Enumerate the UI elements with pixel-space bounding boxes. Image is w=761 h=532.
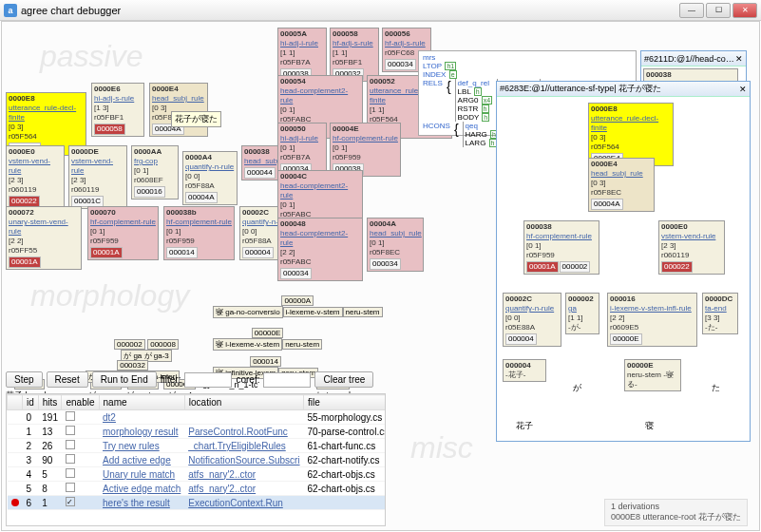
chart-node[interactable]: 0000DEvstem-vend-rule[2 3]r06011900001C <box>68 145 127 209</box>
chart-node[interactable]: 0000E4head_subj_rule[0 3]r05F8EC00004A <box>149 83 208 137</box>
chart-node[interactable]: 0000DCta-end[3 3]-た- <box>702 293 738 334</box>
chart-node[interactable]: 000038hf-complement-rule[0 1]r05F9590000… <box>523 220 599 275</box>
minimize-button[interactable]: — <box>679 3 704 18</box>
chart-node[interactable]: 0000AAfrg-cop[0 1]r0608EF000016 <box>131 145 179 200</box>
close-icon[interactable]: ✕ <box>735 54 743 64</box>
grid-header[interactable]: hits <box>38 395 62 410</box>
canvas: passive morphology misc 0000E8utterance_… <box>1 21 760 531</box>
maximize-button[interactable]: ☐ <box>706 3 731 18</box>
clear-tree-button[interactable]: Clear tree <box>314 371 373 388</box>
subwindow-utterance[interactable]: #6283E:@1//utterance-sf-type| 花子が寝た✕ 000… <box>496 81 751 442</box>
table-row[interactable]: 0191dt255-morphology.cs414 <box>8 410 387 425</box>
table-row[interactable]: 61here's the resultExecutionContext.Run0 <box>8 496 387 510</box>
coref-label: coref: <box>236 374 259 385</box>
grid-header[interactable]: location <box>184 395 303 410</box>
table-row[interactable]: 58Active edge matchatfs_nary'2..ctor62-c… <box>8 482 387 496</box>
chart-node[interactable]: 0000E0vstem-vend-rule[2 3]r060119000022 <box>6 145 65 209</box>
toolbar: Step Reset Run to End filter: coref: Cle… <box>6 371 373 388</box>
chart-node[interactable]: 0000E4head_subj_rule[0 3]r05F8EC00004A <box>588 158 655 212</box>
chart-node[interactable]: 0000A4quantify-n-rule[0 0]r05F88A00004A <box>182 151 238 205</box>
morph-node[interactable]: 000002 000008が ga が ga-3 <box>114 339 179 362</box>
chart-node[interactable]: 000038bhf-complement-rule[0 1]r05F959000… <box>163 206 235 260</box>
chart-node[interactable]: 0000E8utterance_rule-decl-finite[0 3]r05… <box>588 103 674 166</box>
morph-node[interactable]: 00000E寝 i-lexeme-v-stemneru-stem <box>213 328 322 351</box>
filter-input[interactable] <box>184 372 232 388</box>
chart-node[interactable]: 00004Ehf-complement-rule[0 1]r05F9590000… <box>330 123 401 177</box>
window-title: agree chart debugger <box>21 5 679 16</box>
app-icon: a <box>4 4 17 17</box>
coref-input[interactable] <box>263 372 311 388</box>
chart-node[interactable]: 00005Ahi-adj-i-rule[1 1]r05FB7A000038 <box>277 28 327 82</box>
grid-header[interactable]: enable <box>62 395 99 410</box>
grid-header[interactable] <box>8 395 23 410</box>
chart-node[interactable]: 000048head-complement2-rule[2 2]r05FABC0… <box>277 218 363 281</box>
filter-label: filter: <box>161 374 181 385</box>
table-row[interactable]: 390Add active edgeNotificationSource.Sub… <box>8 453 387 467</box>
chart-node[interactable]: 000016i-lexeme-v-stem-infl-rule[2 2]r060… <box>607 293 697 347</box>
grid-header[interactable]: name <box>99 395 184 410</box>
tree-leaf-label: 寝 <box>645 420 654 432</box>
morph-node[interactable]: 00000A寝 ga-no-conversioi-lexeme-v-stemne… <box>213 295 383 318</box>
chart-node[interactable]: 00004Ahead_subj_rule[0 1]r05F8EC000034 <box>367 218 424 272</box>
reset-button[interactable]: Reset <box>47 371 88 388</box>
step-button[interactable]: Step <box>6 371 43 388</box>
chart-node[interactable]: 00002Cquantify-n-rule[0 0]r05E88A000004 <box>503 293 561 347</box>
titlebar: a agree chart debugger — ☐ ✕ <box>0 0 761 21</box>
tree-leaf-label: 花子 <box>516 420 533 432</box>
close-icon[interactable]: ✕ <box>739 85 747 94</box>
breakpoint-grid[interactable]: idhitsenablenamelocationfileline 0191dt2… <box>6 393 386 526</box>
run-to-end-button[interactable]: Run to End <box>92 371 157 388</box>
chart-node[interactable]: 000002ga[1 1]-が- <box>565 293 599 334</box>
chart-node[interactable]: 000072unary-stem-vend-rule[2 2]r05FF5500… <box>6 206 82 270</box>
watermark-morphology: morphology <box>30 278 189 314</box>
table-row[interactable]: 113morphology resultParseControl.RootFun… <box>8 425 387 439</box>
chart-node[interactable]: 00000Eneru-stem -寝る- <box>624 359 681 391</box>
chart-node[interactable]: 000070hf-complement-rule[0 1]r05F9590000… <box>87 206 159 260</box>
table-row[interactable]: 45Unary rule matchatfs_nary'2..ctor62-ch… <box>8 467 387 482</box>
grid-header[interactable]: id <box>23 395 39 410</box>
chart-node[interactable]: 000058hf-adj-s-rule[1 1]r05FBF1000032 <box>330 28 379 82</box>
close-button[interactable]: ✕ <box>732 3 757 18</box>
chart-node[interactable]: 0000E6hi-adj-s-rule[1 3]r05FBF1000058 <box>91 83 144 137</box>
watermark-passive: passive <box>40 39 143 74</box>
status-bar: 1 derivations 0000E8 utterance-root 花子が寝… <box>604 499 748 526</box>
tree-leaf-label: た <box>712 382 720 394</box>
chart-node[interactable]: 0000E0vstem-vend-rule[2 3]r060119000022 <box>658 220 725 275</box>
watermark-misc: misc <box>410 430 473 466</box>
table-row[interactable]: 226Try new rules_chart.TryEligibleRules6… <box>8 439 387 453</box>
grid-header[interactable]: file <box>304 395 386 410</box>
tree-leaf-label: が <box>573 382 581 394</box>
tooltip: 花子が寝た <box>171 111 221 127</box>
chart-node[interactable]: 000004-花子- <box>503 359 546 382</box>
chart-node[interactable]: 000050hi-adj-i-rule[0 1]r05FB7A000034 <box>277 123 327 177</box>
